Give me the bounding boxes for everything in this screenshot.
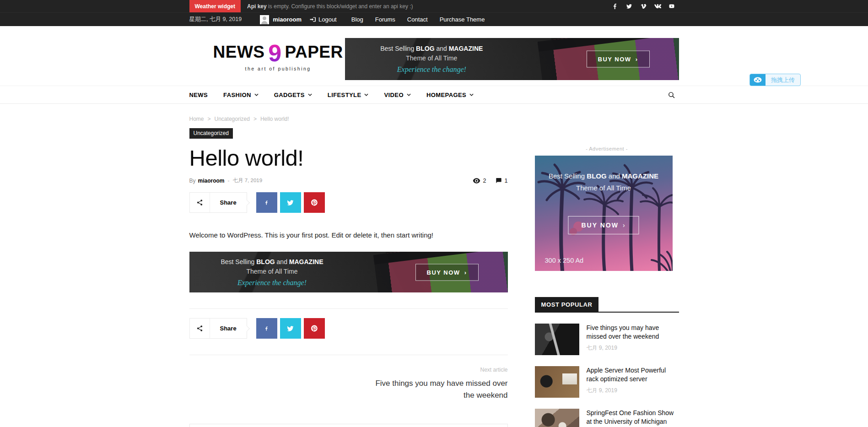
content-area: Home > Uncategorized > Hello world! Unca… xyxy=(189,104,679,427)
twitter-icon xyxy=(286,325,294,332)
twitter-icon xyxy=(286,200,294,206)
vk-icon[interactable] xyxy=(651,0,665,12)
inline-banner-ad[interactable]: Best Selling BLOG and MAGAZINE Theme of … xyxy=(189,252,508,292)
comment-icon xyxy=(496,178,502,184)
site-logo[interactable]: NEWS 9 PAPER the art of publishing xyxy=(213,39,343,71)
next-article-section: Next article Five things you may have mi… xyxy=(189,367,508,401)
article-title-link[interactable]: Five things you may have missed over the… xyxy=(587,324,679,341)
menu-item-purchase-theme[interactable]: Purchase Theme xyxy=(440,16,485,23)
chevron-down-icon xyxy=(254,93,259,96)
eye-icon xyxy=(473,178,480,184)
article-date: 七月 9, 2019 xyxy=(587,344,679,352)
sidebar-ad-300x250[interactable]: Best Selling BLOG and MAGAZINE Theme of … xyxy=(535,156,673,271)
category-badge[interactable]: Uncategorized xyxy=(189,128,233,139)
menu-item-forums[interactable]: Forums xyxy=(375,16,395,23)
facebook-share-button[interactable] xyxy=(256,318,277,339)
drag-upload-label: 拖拽上传 xyxy=(766,74,800,86)
banner-ad-text: Best Selling BLOG and MAGAZINE Theme of … xyxy=(205,258,339,286)
twitter-icon[interactable] xyxy=(622,0,636,12)
pinterest-share-button[interactable] xyxy=(304,318,325,339)
user-bar: 星期二, 七月 9, 2019 miaoroom Logout Blog For… xyxy=(0,12,868,26)
facebook-share-button[interactable] xyxy=(256,192,277,213)
article-thumbnail[interactable] xyxy=(535,366,579,398)
logout-label: Logout xyxy=(318,16,337,23)
nav-item-lifestyle[interactable]: LIFESTYLE xyxy=(328,92,369,98)
post-date: 七月 7, 2019 xyxy=(233,177,263,184)
top-bar: Weather widget Api key is empty. Configu… xyxy=(0,0,868,12)
logout-icon xyxy=(310,16,316,22)
arrow-right-icon: › xyxy=(464,269,467,276)
advertisement-label: - Advertisement - xyxy=(535,146,679,151)
site-header: NEWS 9 PAPER the art of publishing Best … xyxy=(0,26,868,86)
facebook-icon[interactable] xyxy=(608,0,622,12)
list-item: Apple Server Most Powerful rack optimize… xyxy=(535,366,679,398)
chevron-down-icon xyxy=(364,93,368,96)
logout-link[interactable]: Logout xyxy=(310,16,337,23)
drag-upload-button[interactable]: 拖拽上传 xyxy=(749,74,801,86)
breadcrumb-separator: > xyxy=(253,116,257,122)
pinterest-share-button[interactable] xyxy=(304,192,325,213)
author-link[interactable]: miaoroom xyxy=(198,178,225,184)
youtube-icon[interactable] xyxy=(665,0,679,12)
banner-ad-text: Best Selling BLOG and MAGAZINE Theme of … xyxy=(361,45,502,74)
article-title-link[interactable]: Apple Server Most Powerful rack optimize… xyxy=(587,366,679,384)
most-popular-header: MOST POPULAR xyxy=(535,297,679,313)
twitter-share-button[interactable] xyxy=(280,318,301,339)
nav-item-fashion[interactable]: FASHION xyxy=(223,92,259,98)
menu-item-contact[interactable]: Contact xyxy=(407,16,428,23)
next-article-label: Next article xyxy=(189,367,508,373)
api-key-message-rest: is empty. Configure this block/widget an… xyxy=(267,3,413,10)
chevron-down-icon xyxy=(407,93,411,96)
article-title-link[interactable]: SpringFest One Fashion Show at the Unive… xyxy=(587,409,679,426)
breadcrumb-category[interactable]: Uncategorized xyxy=(215,116,250,122)
buy-now-button[interactable]: BUY NOW› xyxy=(415,264,479,281)
logo-text-paper: PAPER xyxy=(285,43,343,62)
post-stats: 2 1 xyxy=(473,178,508,184)
twitter-share-button[interactable] xyxy=(280,192,301,213)
nav-item-news[interactable]: NEWS xyxy=(189,92,208,98)
facebook-icon xyxy=(264,325,269,332)
arrow-right-icon: › xyxy=(623,222,626,229)
userbar-menu: Blog Forums Contact Purchase Theme xyxy=(351,16,485,23)
comment-count[interactable]: 1 xyxy=(496,178,508,184)
search-icon[interactable] xyxy=(668,91,679,99)
arrow-right-icon: › xyxy=(636,56,638,63)
api-key-message-bold: Api key xyxy=(247,3,267,10)
breadcrumb-separator: > xyxy=(208,116,211,122)
post-body-text: Welcome to WordPress. This is your first… xyxy=(189,231,508,239)
sidebar: - Advertisement - xyxy=(535,116,679,427)
share-icon xyxy=(190,193,210,212)
view-count: 2 xyxy=(473,178,486,184)
share-row-top: Share xyxy=(189,192,508,213)
logo-nine-glyph: 9 xyxy=(267,40,283,67)
share-icon xyxy=(190,319,210,338)
svg-text:9: 9 xyxy=(268,40,281,66)
nav-item-gadgets[interactable]: GADGETS xyxy=(274,92,312,98)
header-banner-ad[interactable]: Best Selling BLOG and MAGAZINE Theme of … xyxy=(345,38,679,80)
banner-ad-script-line: Experience the change! xyxy=(361,65,502,74)
divider xyxy=(189,355,508,355)
chevron-down-icon xyxy=(469,93,474,96)
breadcrumb: Home > Uncategorized > Hello world! xyxy=(189,116,508,122)
buy-now-button[interactable]: BUY NOW› xyxy=(587,51,650,68)
nav-item-homepages[interactable]: HOMEPAGES xyxy=(426,92,474,98)
share-button[interactable]: Share xyxy=(189,192,247,213)
menu-item-blog[interactable]: Blog xyxy=(351,16,363,23)
author-box xyxy=(189,424,508,427)
article-thumbnail[interactable] xyxy=(535,409,579,427)
share-button[interactable]: Share xyxy=(189,318,247,339)
nav-item-video[interactable]: VIDEO xyxy=(384,92,410,98)
list-item: SpringFest One Fashion Show at the Unive… xyxy=(535,409,679,427)
username-link[interactable]: miaoroom xyxy=(273,16,302,23)
current-date: 星期二, 七月 9, 2019 xyxy=(189,16,242,23)
vimeo-icon[interactable] xyxy=(636,0,651,12)
facebook-icon xyxy=(264,199,269,206)
next-article-link[interactable]: Five things you may have missed over the… xyxy=(371,378,508,401)
breadcrumb-current: Hello world! xyxy=(260,116,289,122)
breadcrumb-home[interactable]: Home xyxy=(189,116,204,122)
article-thumbnail[interactable] xyxy=(535,324,579,355)
main-navigation: NEWS FASHION GADGETS LIFESTYLE VIDEO HOM… xyxy=(0,86,868,104)
topbar-social-icons xyxy=(608,0,679,12)
list-item: Five things you may have missed over the… xyxy=(535,324,679,355)
buy-now-button[interactable]: BUY NOW› xyxy=(568,216,639,234)
